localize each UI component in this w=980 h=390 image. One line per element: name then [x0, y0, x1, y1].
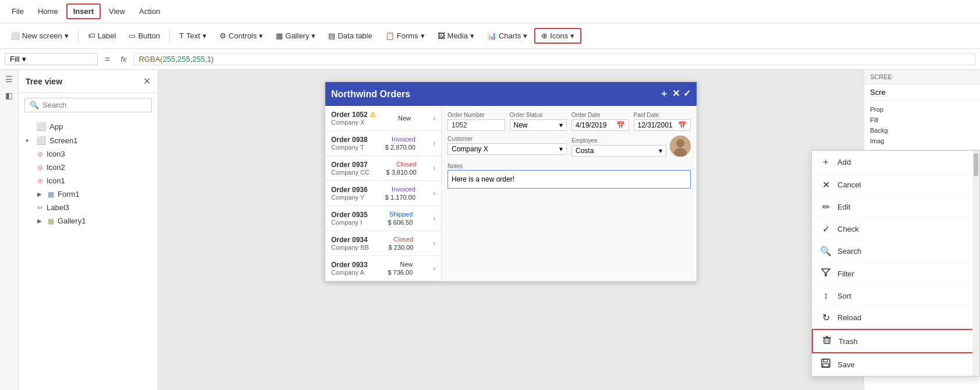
fill-dropdown[interactable]: Fill ▾: [5, 53, 98, 65]
dropdown-item-sort[interactable]: ↕ Sort: [812, 285, 979, 307]
dropdown-item-add[interactable]: ＋ Add: [812, 151, 979, 174]
check-header-button[interactable]: ✓: [683, 88, 691, 100]
order-date-select[interactable]: 4/19/2019 📅: [571, 119, 629, 131]
main-layout: ☰ ◧ Tree view ✕ 🔍 ⬜ App ▾ ⬜ Screen1 ⊕: [0, 70, 980, 390]
charts-chevron: ▾: [523, 31, 527, 40]
add-icon: ＋: [820, 156, 832, 168]
menu-view[interactable]: View: [103, 5, 131, 18]
tree-item-label3[interactable]: ✏ Label3: [19, 201, 158, 214]
order-list: Order 1052 ⚠ Company X New › Order 0938 …: [325, 106, 697, 281]
new-screen-icon: ⬜: [10, 31, 20, 40]
order-row-0936[interactable]: Order 0936 Company Y Invoiced $ 1,170.00…: [325, 181, 441, 206]
forms-button[interactable]: 📋 Forms ▾: [379, 29, 431, 42]
screen-header-text: SCREE: [870, 73, 892, 80]
employee-label: Employee: [571, 137, 666, 144]
search-input[interactable]: [42, 101, 147, 109]
order-amount-0938: $ 2,870.00: [385, 144, 416, 151]
tree-item-icon2[interactable]: ⊕ Icon2: [19, 161, 158, 174]
data-table-button[interactable]: ▤ Data table: [322, 29, 378, 42]
order-company-0934: Company BB: [331, 244, 369, 251]
add-header-button[interactable]: ＋: [659, 88, 669, 100]
gallery-button[interactable]: ▦ Gallery ▾: [270, 29, 321, 42]
gallery-icon: ▦: [276, 31, 283, 40]
dropdown-item-reload[interactable]: ↻ Reload: [812, 307, 979, 329]
order-row-0937[interactable]: Order 0937 Company CC Closed $ 3,810.00 …: [325, 156, 441, 181]
customer-label: Customer: [448, 136, 567, 142]
controls-button[interactable]: ⚙ Controls ▾: [214, 29, 269, 42]
order-num-1052: Order 1052 ⚠: [331, 111, 376, 119]
button-icon: ▭: [129, 31, 136, 40]
text-chevron: ▾: [203, 31, 207, 40]
paid-date-select[interactable]: 12/31/2001 📅: [634, 119, 691, 131]
canvas-area: Northwind Orders ＋ ✕ ✓ Order 1052 ⚠ Comp…: [158, 70, 864, 390]
charts-button[interactable]: 📊 Charts ▾: [481, 29, 533, 42]
tree-item-icon1[interactable]: ⊕ Icon1: [19, 174, 158, 187]
dropdown-item-filter[interactable]: Filter: [812, 263, 979, 285]
order-num-0936: Order 0936: [331, 186, 368, 194]
dropdown-item-cancel[interactable]: ✕ Cancel: [812, 174, 979, 196]
svg-rect-11: [823, 364, 829, 367]
sidebar-close-button[interactable]: ✕: [143, 76, 151, 87]
menu-action[interactable]: Action: [133, 5, 166, 18]
order-info-0934: Order 0934 Company BB: [331, 236, 369, 251]
gallery-chevron: ▾: [311, 31, 315, 40]
employee-field: Employee Costa ▾: [571, 137, 666, 157]
tree-item-icon3[interactable]: ⊕ Icon3: [19, 147, 158, 161]
sidebar-title: Tree view: [26, 77, 62, 86]
dropdown-item-check[interactable]: ✓ Check: [812, 218, 979, 240]
dropdown-item-edit[interactable]: ✏ Edit: [812, 196, 979, 218]
tree-item-gallery1[interactable]: ▶ ▦ Gallery1: [19, 214, 158, 228]
order-amount-0935: $ 606.50: [388, 219, 413, 226]
close-header-button[interactable]: ✕: [672, 88, 680, 100]
tree-item-screen1[interactable]: ▾ ⬜ Screen1: [19, 133, 158, 147]
menu-file[interactable]: File: [6, 5, 30, 18]
dropdown-scrollbar[interactable]: [972, 151, 979, 376]
order-status-select[interactable]: New ▾: [510, 119, 567, 131]
layers-icon[interactable]: ◧: [5, 91, 13, 100]
tree-item-form1[interactable]: ▶ ▦ Form1: [19, 187, 158, 201]
label-button[interactable]: 🏷 Label: [82, 29, 122, 42]
paid-calendar-icon: 📅: [678, 121, 687, 129]
forms-icon: 📋: [385, 31, 395, 40]
order-info-0936: Order 0936 Company Y: [331, 186, 368, 201]
customer-select[interactable]: Company X ▾: [448, 143, 567, 155]
order-row-0935[interactable]: Order 0935 Company I Shipped $ 606.50 ›: [325, 206, 441, 231]
order-row-0934[interactable]: Order 0934 Company BB Closed $ 230.00 ›: [325, 231, 441, 256]
order-info-1052: Order 1052 ⚠ Company X: [331, 111, 376, 126]
notes-input[interactable]: [448, 170, 691, 189]
button-label: Button: [138, 31, 160, 40]
new-screen-label: New screen: [22, 31, 62, 40]
button-button[interactable]: ▭ Button: [123, 29, 166, 42]
dropdown-item-search[interactable]: 🔍 Search: [812, 240, 979, 263]
order-number-field: Order Number 1052: [448, 112, 505, 131]
sidebar: Tree view ✕ 🔍 ⬜ App ▾ ⬜ Screen1 ⊕ Icon3: [19, 70, 158, 390]
text-button[interactable]: T Text ▾: [173, 29, 212, 42]
charts-icon: 📊: [487, 31, 496, 40]
order-amount-0937: $ 3,810.00: [386, 169, 417, 176]
hamburger-icon[interactable]: ☰: [5, 75, 13, 84]
new-screen-button[interactable]: ⬜ New screen ▾: [5, 29, 74, 42]
back-prop: Backg: [870, 125, 974, 136]
media-button[interactable]: 🖼 Media ▾: [432, 29, 480, 42]
order-num-0934: Order 0934: [331, 236, 369, 244]
data-table-label: Data table: [338, 31, 372, 40]
order-chevron-0935: ›: [433, 214, 435, 222]
order-row-1052[interactable]: Order 1052 ⚠ Company X New ›: [325, 106, 441, 131]
save-label: Save: [837, 360, 855, 369]
order-info-0933: Order 0933 Company A: [331, 261, 368, 276]
order-row-0933[interactable]: Order 0933 Company A New $ 736.00 ›: [325, 256, 441, 281]
order-right-0935: Shipped $ 606.50: [388, 211, 413, 226]
menu-insert[interactable]: Insert: [66, 3, 101, 19]
dropdown-item-trash[interactable]: Trash: [812, 329, 979, 353]
fx-label: fx: [117, 55, 130, 63]
notes-label: Notes: [448, 163, 463, 169]
media-icon: 🖼: [438, 31, 445, 40]
tree-item-app[interactable]: ⬜ App: [19, 119, 158, 133]
dropdown-item-save[interactable]: Save: [812, 353, 979, 376]
menu-home[interactable]: Home: [32, 5, 64, 18]
order-row-0938[interactable]: Order 0938 Company T Invoiced $ 2,870.00…: [325, 131, 441, 156]
order-num-0937: Order 0937: [331, 161, 370, 169]
order-date-field: Order Date 4/19/2019 📅: [571, 112, 629, 131]
employee-select[interactable]: Costa ▾: [571, 145, 666, 157]
icons-button[interactable]: ⊕ Icons ▾: [534, 28, 581, 44]
